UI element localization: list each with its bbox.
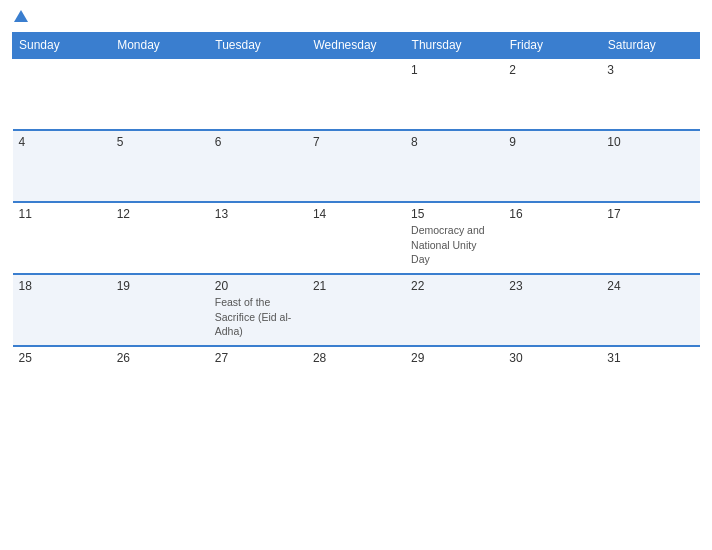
calendar-cell: 17 [601,202,699,274]
calendar-week-row: 181920Feast of the Sacrifice (Eid al-Adh… [13,274,700,346]
calendar-week-row: 1112131415Democracy and National Unity D… [13,202,700,274]
calendar-header [12,10,700,24]
event-text: Feast of the Sacrifice (Eid al-Adha) [215,296,291,337]
calendar-cell: 3 [601,58,699,130]
calendar-cell: 10 [601,130,699,202]
day-number: 3 [607,63,693,77]
day-number: 2 [509,63,595,77]
calendar-cell: 16 [503,202,601,274]
day-number: 28 [313,351,399,365]
calendar-cell [111,58,209,130]
day-number: 4 [19,135,105,149]
day-number: 24 [607,279,693,293]
calendar-cell: 19 [111,274,209,346]
calendar-cell: 20Feast of the Sacrifice (Eid al-Adha) [209,274,307,346]
weekday-header-sunday: Sunday [13,33,111,59]
calendar-cell: 30 [503,346,601,411]
calendar-cell: 7 [307,130,405,202]
calendar-cell: 26 [111,346,209,411]
calendar-cell: 28 [307,346,405,411]
day-number: 7 [313,135,399,149]
day-number: 14 [313,207,399,221]
day-number: 5 [117,135,203,149]
calendar-cell: 9 [503,130,601,202]
day-number: 25 [19,351,105,365]
day-number: 30 [509,351,595,365]
calendar-cell: 2 [503,58,601,130]
day-number: 29 [411,351,497,365]
day-number: 20 [215,279,301,293]
day-number: 22 [411,279,497,293]
calendar-cell: 14 [307,202,405,274]
day-number: 19 [117,279,203,293]
day-number: 13 [215,207,301,221]
calendar-week-row: 123 [13,58,700,130]
logo [12,10,28,24]
calendar-cell: 29 [405,346,503,411]
weekday-header-wednesday: Wednesday [307,33,405,59]
weekday-header-row: SundayMondayTuesdayWednesdayThursdayFrid… [13,33,700,59]
day-number: 16 [509,207,595,221]
calendar-cell: 21 [307,274,405,346]
calendar-cell: 22 [405,274,503,346]
calendar-cell [13,58,111,130]
day-number: 11 [19,207,105,221]
calendar-wrapper: SundayMondayTuesdayWednesdayThursdayFrid… [0,0,712,550]
calendar-cell: 23 [503,274,601,346]
day-number: 15 [411,207,497,221]
calendar-cell: 25 [13,346,111,411]
calendar-cell: 5 [111,130,209,202]
event-text: Democracy and National Unity Day [411,224,485,265]
day-number: 10 [607,135,693,149]
day-number: 26 [117,351,203,365]
day-number: 1 [411,63,497,77]
day-number: 17 [607,207,693,221]
day-number: 8 [411,135,497,149]
day-number: 23 [509,279,595,293]
day-number: 21 [313,279,399,293]
weekday-header-monday: Monday [111,33,209,59]
calendar-cell [209,58,307,130]
calendar-cell: 13 [209,202,307,274]
calendar-cell: 4 [13,130,111,202]
calendar-week-row: 45678910 [13,130,700,202]
calendar-table: SundayMondayTuesdayWednesdayThursdayFrid… [12,32,700,411]
calendar-cell: 31 [601,346,699,411]
calendar-cell: 27 [209,346,307,411]
weekday-header-tuesday: Tuesday [209,33,307,59]
calendar-cell: 18 [13,274,111,346]
day-number: 18 [19,279,105,293]
weekday-header-saturday: Saturday [601,33,699,59]
calendar-cell: 8 [405,130,503,202]
day-number: 27 [215,351,301,365]
day-number: 31 [607,351,693,365]
calendar-cell: 1 [405,58,503,130]
calendar-cell: 12 [111,202,209,274]
calendar-cell: 6 [209,130,307,202]
day-number: 9 [509,135,595,149]
day-number: 6 [215,135,301,149]
logo-triangle-icon [14,10,28,22]
weekday-header-thursday: Thursday [405,33,503,59]
calendar-cell: 15Democracy and National Unity Day [405,202,503,274]
calendar-week-row: 25262728293031 [13,346,700,411]
calendar-cell: 11 [13,202,111,274]
weekday-header-friday: Friday [503,33,601,59]
calendar-cell: 24 [601,274,699,346]
day-number: 12 [117,207,203,221]
calendar-cell [307,58,405,130]
